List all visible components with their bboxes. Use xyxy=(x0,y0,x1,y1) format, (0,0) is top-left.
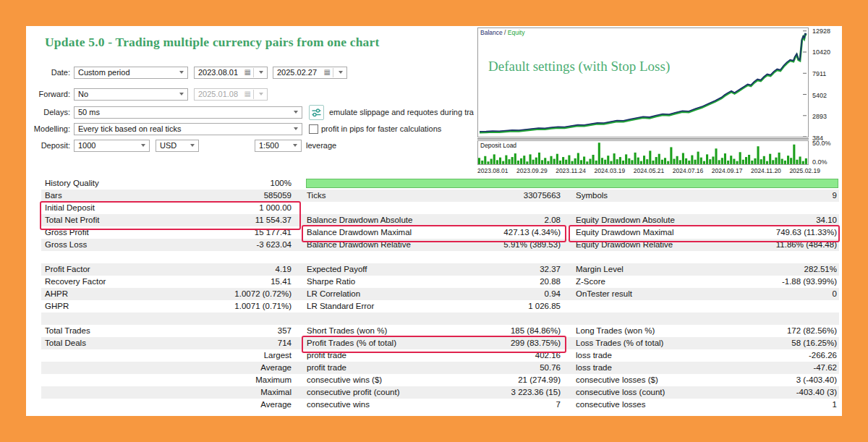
stat-value: 2.08 xyxy=(545,214,561,226)
stat-label: consecutive loss (count) xyxy=(576,386,665,399)
table-row: Averageconsecutive wins7consecutive loss… xyxy=(41,399,839,411)
date-period-select[interactable]: Custom period xyxy=(74,67,188,79)
x-axis-label: 2024.05.21 xyxy=(634,167,665,174)
stat-label: Equity Drawdown Maximal xyxy=(576,226,674,239)
history-quality-progressbar xyxy=(306,179,838,188)
screenshot-root: Update 5.0 - Trading multiple currency p… xyxy=(0,0,868,442)
date-label: Date: xyxy=(26,68,74,77)
slippage-note: emulate slippage and requotes during tra… xyxy=(329,108,474,116)
deposit-load-pane: Deposit Load xyxy=(477,140,809,165)
deposit-load-axis-label: 50.0% xyxy=(812,140,831,147)
delays-select[interactable]: 50 ms xyxy=(74,106,302,119)
stat-value: -1.88 (93.99%) xyxy=(782,276,837,288)
stat-label: profit trade xyxy=(307,362,346,374)
stat-value: 11 554.37 xyxy=(255,214,292,226)
results-table: History Quality100%Bars585059Ticks330756… xyxy=(41,177,839,411)
form-row-deposit: Deposit: 1000 USD 1:500 leverage xyxy=(26,139,336,152)
stat-label: Sharpe Ratio xyxy=(307,276,355,288)
stat-value: 1 xyxy=(833,399,837,411)
legend-equity: Equity xyxy=(508,29,525,36)
table-row: Bars585059Ticks33075663Symbols9 xyxy=(41,190,839,202)
stat-label: consecutive wins ($) xyxy=(307,374,382,386)
chevron-down-icon xyxy=(259,93,263,95)
forward-select[interactable]: No xyxy=(74,88,188,101)
stat-value: 282.51% xyxy=(804,263,837,276)
table-row: Maximumconsecutive wins ($)21 (274.99)co… xyxy=(41,374,839,386)
stat-value: 1 026.85 xyxy=(528,300,561,313)
stat-label: Total Net Profit xyxy=(45,214,99,226)
table-row: Profit Factor4.19Expected Payoff32.37Mar… xyxy=(41,263,839,276)
delays-value: 50 ms xyxy=(78,108,291,116)
stat-value: 172 (82.56%) xyxy=(787,325,837,337)
table-row: Recovery Factor15.41Sharpe Ratio20.88Z-S… xyxy=(41,276,839,288)
stat-value: 33075663 xyxy=(524,190,561,202)
stat-label: consecutive profit (count) xyxy=(307,386,399,399)
stat-label: Expected Payoff xyxy=(307,263,367,276)
x-axis-label: 2023.11.24 xyxy=(556,167,586,174)
stat-value: 20.88 xyxy=(540,276,561,288)
stat-value: -3 623.04 xyxy=(256,239,292,251)
stat-value: Average xyxy=(260,362,292,374)
deposit-currency-value: USD xyxy=(160,141,187,150)
stat-value: 1.0071 (0.71%) xyxy=(234,300,292,313)
slippage-settings-button[interactable] xyxy=(309,105,324,120)
table-row: Total Trades357Short Trades (won %)185 (… xyxy=(41,325,839,337)
stat-value: 402.16 xyxy=(535,349,561,362)
stat-value: Maximal xyxy=(260,386,292,399)
stat-value: 100% xyxy=(271,177,292,190)
deposit-label: Deposit: xyxy=(26,141,74,150)
date-to-field[interactable]: 2025.02.27 ▦ xyxy=(273,67,347,79)
y-axis-label: 5402 xyxy=(812,92,827,99)
y-axis-label: 10420 xyxy=(812,48,830,56)
stat-value: 299 (83.75%) xyxy=(511,337,561,349)
deposit-load-axis-label: 0.0% xyxy=(812,158,827,166)
date-from-field[interactable]: 2023.08.01 ▦ xyxy=(194,67,268,79)
leverage-value: 1:500 xyxy=(259,141,290,150)
forward-date-value: 2025.01.08 xyxy=(198,90,244,98)
stat-value: 3 (-403.40) xyxy=(796,374,837,386)
stat-value: 0.94 xyxy=(545,288,561,300)
table-row: Total Net Profit11 554.37Balance Drawdow… xyxy=(41,214,839,226)
stat-label: Balance Drawdown Relative xyxy=(307,239,411,251)
stat-value: 9 xyxy=(833,190,837,202)
leverage-select[interactable]: 1:500 xyxy=(255,140,302,152)
table-row: Gross Profit15 177.41Balance Drawdown Ma… xyxy=(41,226,839,239)
stat-label: Profit Trades (% of total) xyxy=(307,337,396,349)
deposit-currency-select[interactable]: USD xyxy=(156,140,199,152)
stat-value: 7 xyxy=(556,399,561,411)
stat-value: 427.13 (4.34%) xyxy=(503,226,561,239)
chevron-down-icon xyxy=(294,111,298,114)
modelling-select[interactable]: Every tick based on real ticks xyxy=(74,123,302,135)
forward-value: No xyxy=(78,90,176,98)
table-row: History Quality100% xyxy=(41,177,839,190)
stat-label: Balance Drawdown Maximal xyxy=(307,226,412,239)
stat-value: -266.26 xyxy=(809,349,837,362)
stat-value: 11.86% (484.48) xyxy=(776,239,837,251)
legend-balance: Balance xyxy=(480,29,503,36)
profit-in-pips-checkbox[interactable] xyxy=(309,124,318,134)
balance-equity-chart: Balance / Equity Default settings (with … xyxy=(477,27,842,177)
pane-divider[interactable] xyxy=(477,138,809,140)
price-pane: Balance / Equity Default settings (with … xyxy=(477,27,809,137)
x-axis-label: 2024.11.20 xyxy=(751,167,781,174)
stat-label: Initial Deposit xyxy=(45,202,95,214)
stat-value: 714 xyxy=(278,337,292,349)
y-axis-label: 12928 xyxy=(812,27,830,35)
stat-label: loss trade xyxy=(576,362,612,374)
stat-value: 1 000.00 xyxy=(259,202,292,214)
deposit-load-histogram xyxy=(478,141,808,164)
deposit-amount-value: 1000 xyxy=(78,141,138,150)
deposit-amount-select[interactable]: 1000 xyxy=(74,140,150,152)
stat-value: 50.76 xyxy=(540,362,561,374)
date-from-value: 2023.08.01 xyxy=(198,68,244,77)
stat-label: History Quality xyxy=(45,177,99,190)
chevron-down-icon xyxy=(339,71,343,74)
chevron-down-icon xyxy=(294,127,298,130)
form-row-forward: Forward: No 2025.01.08 ▦ xyxy=(26,88,268,101)
stat-value: 15 177.41 xyxy=(255,226,292,239)
stat-value: 15.41 xyxy=(271,276,292,288)
x-axis-label: 2024.07.16 xyxy=(673,167,704,174)
stat-label: Bars xyxy=(45,190,62,202)
stat-value: 34.10 xyxy=(816,214,837,226)
stat-label: Equity Drawdown Relative xyxy=(576,239,673,251)
